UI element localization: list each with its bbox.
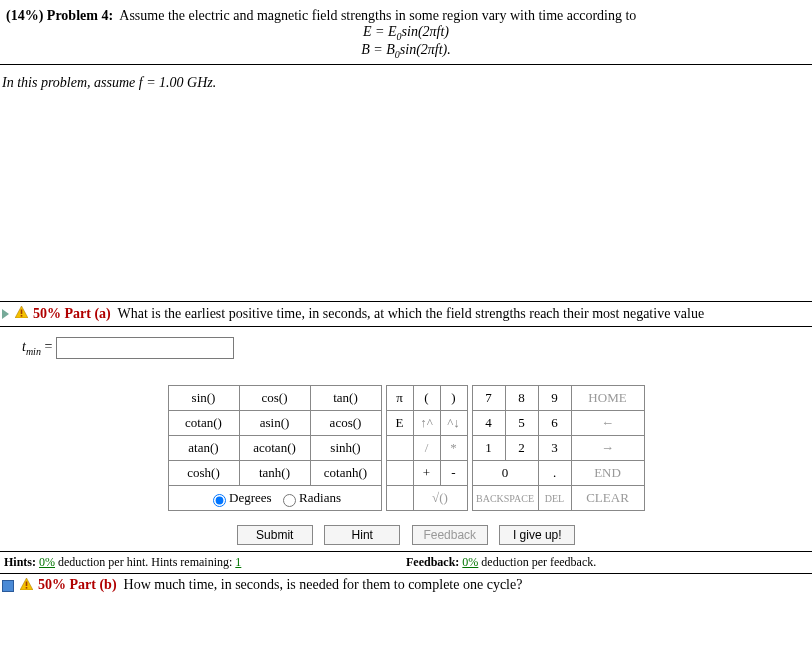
fn-cotanh[interactable]: cotanh(): [310, 461, 381, 486]
equation-1: E = E0sin(2πft): [6, 24, 806, 42]
part-b-question: How much time, in seconds, is needed for…: [124, 577, 523, 592]
key-pow-up[interactable]: ↑^: [413, 411, 440, 436]
problem-header: (14%) Problem 4: Assume the electric and…: [0, 0, 812, 65]
key-9[interactable]: 9: [538, 386, 571, 411]
key-end[interactable]: END: [571, 461, 644, 486]
key-minus[interactable]: -: [440, 461, 467, 486]
key-empty-1: [386, 436, 413, 461]
part-b-label: Part (b): [70, 577, 117, 592]
expand-icon[interactable]: [2, 309, 9, 319]
problem-label: Problem 4:: [47, 8, 113, 23]
feedback-label: Feedback:: [406, 555, 459, 569]
svg-rect-5: [25, 587, 27, 589]
hint-button[interactable]: Hint: [324, 525, 400, 545]
fn-tan[interactable]: tan(): [310, 386, 381, 411]
svg-rect-4: [25, 582, 27, 587]
key-pow-down[interactable]: ^↓: [440, 411, 467, 436]
key-lparen[interactable]: (: [413, 386, 440, 411]
key-2[interactable]: 2: [505, 436, 538, 461]
key-plus[interactable]: +: [413, 461, 440, 486]
key-6[interactable]: 6: [538, 411, 571, 436]
fn-acotan[interactable]: acotan(): [239, 436, 310, 461]
key-empty-2: [386, 461, 413, 486]
collapse-icon[interactable]: [2, 580, 14, 592]
svg-rect-2: [20, 315, 22, 317]
key-7[interactable]: 7: [472, 386, 505, 411]
answer-input[interactable]: [56, 337, 234, 359]
fn-tanh[interactable]: tanh(): [239, 461, 310, 486]
key-empty-3: [386, 486, 413, 511]
key-backspace[interactable]: BACKSPACE: [472, 486, 538, 511]
calculator-pad: sin()cos()tan() cotan()asin()acos() atan…: [0, 385, 812, 511]
warning-icon: [15, 306, 28, 322]
key-clear[interactable]: CLEAR: [571, 486, 644, 511]
fn-cos[interactable]: cos(): [239, 386, 310, 411]
fn-sin[interactable]: sin(): [168, 386, 239, 411]
key-4[interactable]: 4: [472, 411, 505, 436]
assumption-text: In this problem, assume f = 1.00 GHz.: [0, 65, 812, 101]
answer-var-sub: min: [26, 346, 41, 357]
number-pad: 789HOME 456← 123→ 0.END BACKSPACEDELCLEA…: [472, 385, 645, 511]
svg-rect-1: [20, 310, 22, 315]
function-pad: sin()cos()tan() cotan()asin()acos() atan…: [168, 385, 382, 511]
fn-asin[interactable]: asin(): [239, 411, 310, 436]
feedback-pct[interactable]: 0%: [462, 555, 478, 569]
symbol-pad: π() E↑^^↓ /* +- √(): [386, 385, 468, 511]
giveup-button[interactable]: I give up!: [499, 525, 575, 545]
fn-sinh[interactable]: sinh(): [310, 436, 381, 461]
submit-button[interactable]: Submit: [237, 525, 313, 545]
fn-cotan[interactable]: cotan(): [168, 411, 239, 436]
warning-icon: [20, 578, 33, 594]
problem-statement: Assume the electric and magnetic field s…: [119, 8, 636, 23]
problem-weight: (14%): [6, 8, 43, 23]
key-8[interactable]: 8: [505, 386, 538, 411]
action-buttons: Submit Hint Feedback I give up!: [0, 525, 812, 545]
key-0[interactable]: 0: [472, 461, 538, 486]
key-slash[interactable]: /: [413, 436, 440, 461]
degrees-radio[interactable]: [213, 494, 226, 507]
key-1[interactable]: 1: [472, 436, 505, 461]
hints-label: Hints:: [4, 555, 36, 569]
equation-2: B = B0sin(2πft).: [6, 42, 806, 60]
key-3[interactable]: 3: [538, 436, 571, 461]
key-dot[interactable]: .: [538, 461, 571, 486]
part-b-bar: 50% Part (b) How much time, in seconds, …: [0, 573, 812, 598]
key-star[interactable]: *: [440, 436, 467, 461]
key-5[interactable]: 5: [505, 411, 538, 436]
part-a-percent: 50%: [33, 306, 61, 321]
fn-cosh[interactable]: cosh(): [168, 461, 239, 486]
part-b-percent: 50%: [38, 577, 66, 592]
hints-remaining[interactable]: 1: [235, 555, 241, 569]
key-E[interactable]: E: [386, 411, 413, 436]
key-rparen[interactable]: ): [440, 386, 467, 411]
part-a-label: Part (a): [65, 306, 111, 321]
hint-info-row: Hints: 0% deduction per hint. Hints rema…: [0, 551, 812, 573]
fn-atan[interactable]: atan(): [168, 436, 239, 461]
key-left[interactable]: ←: [571, 411, 644, 436]
part-a-bar: 50% Part (a) What is the earliest positi…: [0, 301, 812, 328]
hints-pct[interactable]: 0%: [39, 555, 55, 569]
fn-acos[interactable]: acos(): [310, 411, 381, 436]
key-sqrt[interactable]: √(): [413, 486, 467, 511]
key-right[interactable]: →: [571, 436, 644, 461]
key-home[interactable]: HOME: [571, 386, 644, 411]
key-pi[interactable]: π: [386, 386, 413, 411]
radians-radio[interactable]: [283, 494, 296, 507]
angle-mode-row: Degrees Radians: [168, 486, 381, 511]
feedback-button[interactable]: Feedback: [412, 525, 488, 545]
part-a-question: What is the earliest positive time, in s…: [118, 306, 705, 321]
key-del[interactable]: DEL: [538, 486, 571, 511]
answer-area: tmin =: [0, 327, 812, 367]
